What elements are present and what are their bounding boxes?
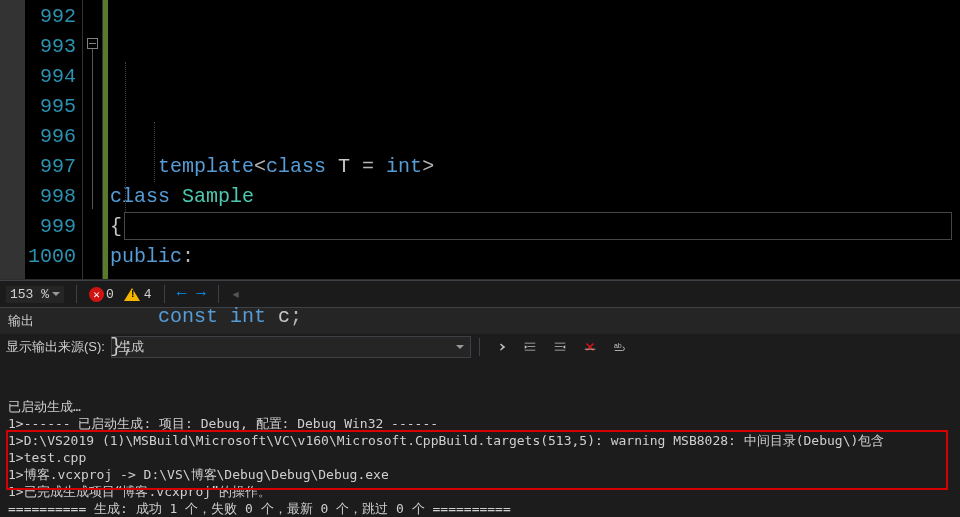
line-number: 994 <box>25 62 76 92</box>
output-line: 1>D:\VS2019 (1)\MSBuild\Microsoft\VC\v16… <box>8 432 952 449</box>
zoom-value: 153 % <box>10 287 49 302</box>
line-number: 998 <box>25 182 76 212</box>
line-number: 996 <box>25 122 76 152</box>
code-line[interactable]: const int c; <box>110 302 960 332</box>
output-source-label: 显示输出来源(S): <box>6 338 105 356</box>
output-line: 1>已完成生成项目“博客.vcxproj”的操作。 <box>8 483 952 500</box>
indent-guide <box>125 62 126 212</box>
fold-collapse-icon[interactable] <box>87 38 98 49</box>
code-line[interactable]: public: <box>110 242 960 272</box>
code-editor[interactable]: 9929939949959969979989991000 template<cl… <box>0 0 960 280</box>
line-number: 997 <box>25 152 76 182</box>
indent-guide <box>154 122 155 182</box>
line-number: 1000 <box>25 242 76 272</box>
fold-guide <box>92 49 93 209</box>
breakpoint-gutter[interactable] <box>0 0 25 279</box>
warning-icon <box>124 288 140 301</box>
output-line: 1>test.cpp <box>8 449 952 466</box>
error-icon: ✕ <box>89 287 104 302</box>
code-line[interactable] <box>110 272 960 302</box>
line-number-gutter: 9929939949959969979989991000 <box>25 0 83 279</box>
line-number: 995 <box>25 92 76 122</box>
current-line-highlight <box>124 212 952 240</box>
change-indicator <box>103 0 108 279</box>
output-line: 1>博客.vcxproj -> D:\VS\博客\Debug\Debug\Deb… <box>8 466 952 483</box>
output-text[interactable]: 已启动生成…1>------ 已启动生成: 项目: Debug, 配置: Deb… <box>0 360 960 517</box>
line-number: 992 <box>25 2 76 32</box>
output-line: ========== 生成: 成功 1 个，失败 0 个，最新 0 个，跳过 0… <box>8 500 952 517</box>
code-area[interactable]: template<class T = int>class Sample{publ… <box>110 0 960 279</box>
output-line: 已启动生成… <box>8 398 952 415</box>
zoom-combo[interactable]: 153 % <box>6 286 64 303</box>
fold-gutter[interactable] <box>83 0 103 279</box>
separator <box>76 285 77 303</box>
line-number: 999 <box>25 212 76 242</box>
chevron-down-icon <box>52 292 60 296</box>
code-line[interactable]: }; <box>110 332 960 362</box>
output-line: 1>------ 已启动生成: 项目: Debug, 配置: Debug Win… <box>8 415 952 432</box>
code-line[interactable]: template<class T = int> <box>110 152 960 182</box>
line-number: 993 <box>25 32 76 62</box>
code-line[interactable]: class Sample <box>110 182 960 212</box>
